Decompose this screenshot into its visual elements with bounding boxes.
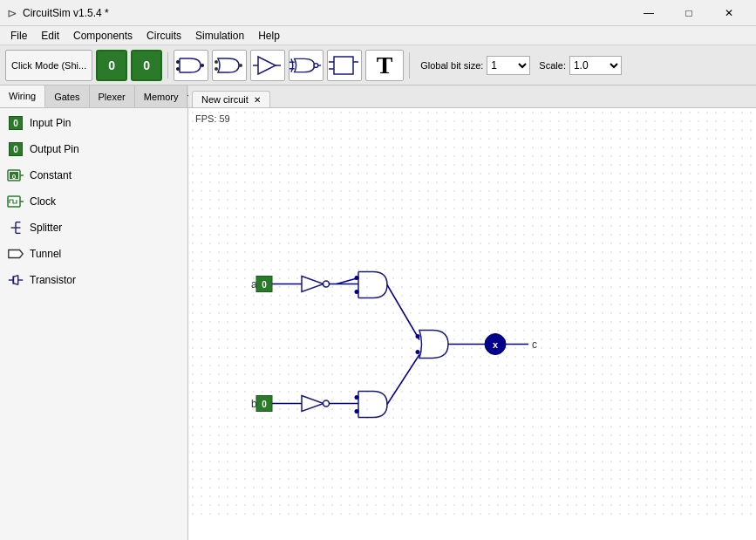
node-c-label: c	[532, 338, 537, 351]
circuit-tab-new[interactable]: New circuit ✕	[192, 91, 270, 107]
menu-simulation[interactable]: Simulation	[188, 28, 251, 44]
svg-line-72	[337, 278, 358, 284]
svg-point-67	[416, 350, 420, 354]
transistor-label: Transistor	[30, 274, 76, 286]
svg-point-63	[355, 409, 359, 414]
sidebar-item-tunnel[interactable]: Tunnel	[0, 241, 187, 267]
circuit-tab-close[interactable]: ✕	[254, 95, 261, 105]
menu-components[interactable]: Components	[66, 28, 140, 44]
scale-label: Scale:	[539, 60, 566, 71]
menu-circuits[interactable]: Circuits	[140, 28, 188, 44]
minimize-button[interactable]: —	[629, 0, 669, 26]
sidebar-tab-gates[interactable]: Gates	[45, 85, 89, 107]
svg-text:0: 0	[262, 280, 267, 290]
sidebar-tabs: Wiring Gates Plexer Memory ▾	[0, 85, 187, 108]
svg-line-64	[387, 285, 419, 340]
menu-file[interactable]: File	[3, 28, 34, 44]
circuit-tab-label: New circuit	[201, 94, 249, 105]
xnor-gate-toolbar[interactable]	[289, 50, 324, 81]
and-gate-toolbar[interactable]	[174, 50, 208, 81]
svg-text:0: 0	[12, 173, 17, 181]
svg-point-62	[355, 395, 359, 400]
circuit-tabs: New circuit ✕	[188, 85, 756, 108]
svg-marker-12	[258, 57, 276, 74]
menu-edit[interactable]: Edit	[34, 28, 66, 44]
svg-point-57	[324, 400, 330, 407]
svg-point-15	[314, 63, 318, 67]
svg-point-66	[416, 334, 420, 338]
output-pin-toolbar-btn[interactable]: 0	[131, 50, 162, 81]
constant-icon: 0	[7, 167, 24, 184]
svg-rect-19	[334, 57, 353, 74]
global-bit-label: Global bit size:	[420, 60, 483, 71]
text-toolbar[interactable]: T	[365, 50, 404, 81]
toolbar-separator-1	[167, 52, 168, 79]
buffer-toolbar[interactable]	[250, 50, 285, 81]
input-pin-label: Input Pin	[30, 117, 71, 129]
svg-marker-34	[9, 249, 23, 257]
circuit-canvas[interactable]: FPS: 59 a 0	[188, 108, 756, 540]
sidebar: Wiring Gates Plexer Memory ▾ 0 Input Pin…	[0, 85, 188, 540]
sidebar-item-output-pin[interactable]: 0 Output Pin	[0, 136, 187, 162]
circuit-svg: a 0 b	[188, 108, 756, 540]
dlatch-toolbar[interactable]	[327, 50, 362, 81]
output-pin-label: Output Pin	[30, 143, 79, 155]
clock-icon	[7, 193, 24, 210]
title-bar: ⊳ CircuitSim v1.5.4 * — □ ✕	[0, 0, 756, 26]
app-icon: ⊳	[7, 6, 17, 20]
sidebar-tab-plexer[interactable]: Plexer	[90, 85, 135, 107]
sidebar-item-splitter[interactable]: Splitter	[0, 215, 187, 241]
toolbar-separator-2	[409, 52, 410, 79]
sidebar-item-input-pin[interactable]: 0 Input Pin	[0, 110, 187, 136]
sidebar-item-constant[interactable]: 0 Constant	[0, 162, 187, 188]
menu-bar: File Edit Components Circuits Simulation…	[0, 26, 756, 45]
or-gate-toolbar[interactable]	[212, 50, 247, 81]
input-pin-toolbar-btn[interactable]: 0	[96, 50, 127, 81]
sidebar-tab-wiring[interactable]: Wiring	[0, 85, 45, 107]
menu-help[interactable]: Help	[251, 28, 287, 44]
sidebar-item-transistor[interactable]: Transistor	[0, 267, 187, 293]
svg-line-38	[13, 284, 17, 285]
window-controls: — □ ✕	[629, 0, 749, 26]
splitter-label: Splitter	[30, 222, 62, 234]
click-mode-button[interactable]: Click Mode (Shi...	[5, 50, 92, 81]
constant-label: Constant	[30, 169, 72, 181]
main-area: Wiring Gates Plexer Memory ▾ 0 Input Pin…	[0, 85, 756, 540]
svg-marker-45	[302, 277, 324, 292]
svg-point-11	[239, 64, 242, 67]
sidebar-items: 0 Input Pin 0 Output Pin 0	[0, 108, 187, 540]
scale-select[interactable]: 1.0 0.5 2.0	[569, 56, 622, 75]
input-pin-icon: 0	[7, 114, 24, 132]
svg-point-10	[215, 67, 218, 71]
svg-text:0: 0	[262, 400, 267, 409]
sidebar-tab-memory[interactable]: Memory	[135, 85, 188, 107]
svg-line-37	[13, 276, 17, 277]
svg-point-52	[355, 290, 359, 294]
output-pin-icon: 0	[7, 140, 24, 158]
tunnel-icon	[7, 245, 24, 263]
splitter-icon	[7, 219, 24, 236]
app-title: CircuitSim v1.5.4 *	[23, 7, 629, 19]
svg-point-46	[324, 281, 330, 287]
close-button[interactable]: ✕	[709, 0, 749, 26]
svg-line-65	[387, 355, 419, 405]
global-bit-select[interactable]: 1 2 4 8	[487, 56, 530, 75]
sidebar-item-clock[interactable]: Clock	[0, 188, 187, 215]
clock-label: Clock	[30, 195, 56, 208]
tunnel-label: Tunnel	[30, 248, 61, 260]
svg-marker-56	[302, 396, 324, 412]
circuit-area: New circuit ✕ FPS: 59 a 0	[188, 85, 756, 540]
maximize-button[interactable]: □	[669, 0, 709, 26]
svg-point-9	[215, 60, 218, 64]
toolbar: Click Mode (Shi... 0 0	[0, 45, 756, 85]
transistor-icon	[7, 271, 24, 289]
svg-text:x: x	[493, 339, 499, 350]
